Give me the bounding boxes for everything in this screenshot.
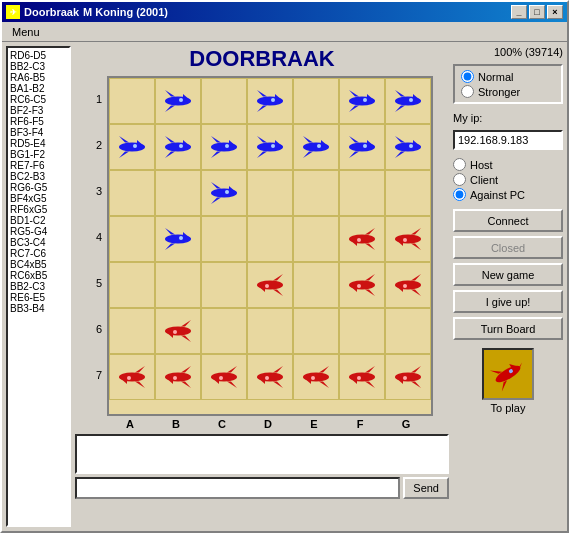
connect-button[interactable]: Connect <box>453 209 563 232</box>
board-cell[interactable] <box>155 308 201 354</box>
board-cell[interactable] <box>293 308 339 354</box>
board-cell[interactable] <box>339 170 385 216</box>
ip-input[interactable] <box>453 130 563 150</box>
board-cell[interactable] <box>247 78 293 124</box>
game-title: DOORBRAAK <box>189 46 334 72</box>
board-cell[interactable] <box>293 216 339 262</box>
turn-board-button[interactable]: Turn Board <box>453 317 563 340</box>
svg-marker-73 <box>411 228 421 235</box>
board-cell[interactable] <box>109 262 155 308</box>
svg-marker-53 <box>395 152 405 159</box>
board-cell[interactable] <box>293 170 339 216</box>
board-cell[interactable] <box>293 124 339 170</box>
board-cell[interactable] <box>385 262 431 308</box>
svg-point-124 <box>357 376 361 380</box>
board-cell[interactable] <box>109 124 155 170</box>
board-cell[interactable] <box>339 354 385 400</box>
board-cell[interactable] <box>109 78 155 124</box>
chat-area: Send <box>75 434 449 499</box>
against-pc-option[interactable]: Against PC <box>453 188 563 201</box>
board-cell[interactable] <box>155 216 201 262</box>
minimize-button[interactable]: _ <box>511 5 527 19</box>
board-cell[interactable] <box>339 308 385 354</box>
board-cell[interactable] <box>293 354 339 400</box>
svg-marker-83 <box>365 274 375 281</box>
board-cell[interactable] <box>201 308 247 354</box>
give-up-button[interactable]: I give up! <box>453 290 563 313</box>
board-cell[interactable] <box>385 308 431 354</box>
svg-marker-11 <box>367 94 375 101</box>
board-cell[interactable] <box>155 78 201 124</box>
board-cell[interactable] <box>247 308 293 354</box>
board-cell[interactable] <box>385 124 431 170</box>
board-cell[interactable] <box>155 124 201 170</box>
board-cell[interactable] <box>201 124 247 170</box>
board-cell[interactable] <box>339 216 385 262</box>
board-cell[interactable] <box>385 170 431 216</box>
svg-marker-111 <box>257 377 265 384</box>
svg-marker-102 <box>181 382 191 389</box>
board-cell[interactable] <box>109 170 155 216</box>
board-cell[interactable] <box>339 78 385 124</box>
board-row <box>109 308 431 354</box>
maximize-button[interactable]: □ <box>529 5 545 19</box>
client-option[interactable]: Client <box>453 173 563 186</box>
col-label: G <box>383 418 429 430</box>
host-option[interactable]: Host <box>453 158 563 171</box>
board-cell[interactable] <box>201 262 247 308</box>
chat-input[interactable] <box>75 477 400 499</box>
board-cell[interactable] <box>385 216 431 262</box>
board-cell[interactable] <box>385 78 431 124</box>
board-cell[interactable] <box>155 354 201 400</box>
svg-marker-43 <box>303 152 313 159</box>
board-cell[interactable] <box>339 262 385 308</box>
move-history-item: RG5-G4 <box>10 226 67 237</box>
svg-marker-27 <box>165 136 175 143</box>
svg-point-69 <box>357 238 361 242</box>
close-button[interactable]: × <box>547 5 563 19</box>
board-cell[interactable] <box>155 262 201 308</box>
new-game-button[interactable]: New game <box>453 263 563 286</box>
svg-point-114 <box>265 376 269 380</box>
board-cell[interactable] <box>201 354 247 400</box>
svg-marker-127 <box>411 382 421 389</box>
menu-item-menu[interactable]: Menu <box>6 24 46 40</box>
svg-point-39 <box>271 144 275 148</box>
svg-marker-103 <box>181 366 191 373</box>
move-history-panel[interactable]: RD6-D5BB2-C3RA6-B5BA1-B2RC6-C5BF2-F3RF6-… <box>6 46 71 527</box>
col-label: F <box>337 418 383 430</box>
row-label: 4 <box>91 214 107 260</box>
board-cell[interactable] <box>109 308 155 354</box>
send-button[interactable]: Send <box>403 477 449 499</box>
game-board[interactable] <box>107 76 433 416</box>
svg-marker-42 <box>303 136 313 143</box>
board-cell[interactable] <box>201 170 247 216</box>
board-cell[interactable] <box>247 170 293 216</box>
title-bar-left: ✈ Doorbraak M Koning (2001) <box>6 5 168 19</box>
svg-marker-88 <box>411 274 421 281</box>
difficulty-normal[interactable]: Normal <box>461 70 555 83</box>
board-cell[interactable] <box>293 78 339 124</box>
svg-point-4 <box>179 98 183 102</box>
difficulty-stronger[interactable]: Stronger <box>461 85 555 98</box>
board-cell[interactable] <box>385 354 431 400</box>
closed-button[interactable]: Closed <box>453 236 563 259</box>
board-cell[interactable] <box>109 354 155 400</box>
board-cell[interactable] <box>247 216 293 262</box>
svg-point-59 <box>225 190 229 194</box>
board-cell[interactable] <box>247 354 293 400</box>
board-cell[interactable] <box>293 262 339 308</box>
board-cell[interactable] <box>247 124 293 170</box>
board-cell[interactable] <box>247 262 293 308</box>
board-cell[interactable] <box>201 78 247 124</box>
board-cell[interactable] <box>109 216 155 262</box>
board-row <box>109 78 431 124</box>
row-label: 1 <box>91 76 107 122</box>
svg-marker-66 <box>349 239 357 246</box>
svg-marker-68 <box>365 228 375 235</box>
svg-marker-17 <box>395 90 405 97</box>
board-cell[interactable] <box>155 170 201 216</box>
client-label: Client <box>470 174 498 186</box>
board-cell[interactable] <box>339 124 385 170</box>
board-cell[interactable] <box>201 216 247 262</box>
